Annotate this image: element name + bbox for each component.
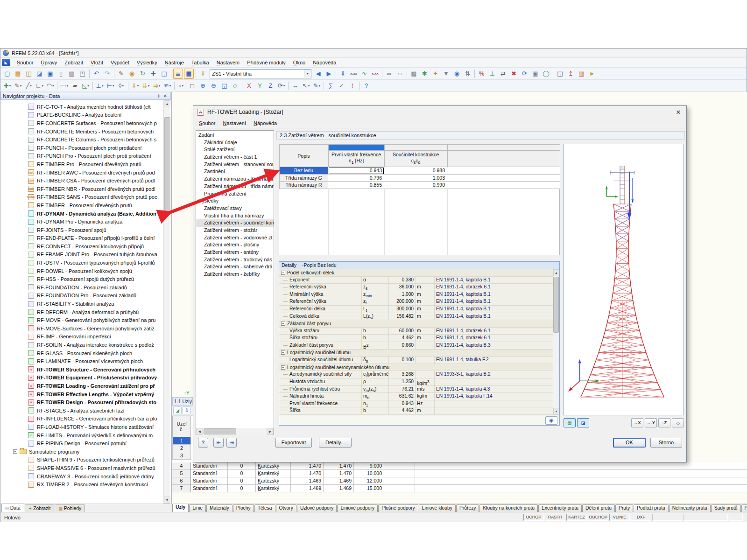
scrollbar-thumb[interactable] — [164, 117, 170, 215]
new-arc-icon[interactable]: ◠▾ — [45, 81, 55, 91]
tree-item-module[interactable]: ARF-TOWER Effective Lengths - Výpočet vz… — [1, 390, 163, 399]
menu-nastaven[interactable]: Nastavení — [213, 59, 244, 66]
bottom-tab[interactable]: Excentricity prutu — [538, 504, 582, 512]
coordinate-y-cell[interactable]: 1.470 — [324, 462, 354, 470]
collapse-icon[interactable]: − — [281, 365, 285, 370]
table-import-button[interactable]: ⇩ — [183, 406, 191, 414]
column-c-header[interactable] — [447, 144, 560, 150]
select-window-icon[interactable]: ▫▾ — [176, 81, 186, 91]
structure-factor-cell[interactable]: 0.988 — [384, 167, 447, 175]
detail-value[interactable]: 36.000 — [389, 284, 416, 291]
dialog-nav-item[interactable]: Zatížení větrem - antény — [196, 249, 274, 256]
delete-icon[interactable]: ✖ — [509, 69, 519, 79]
scrollbar-thumb[interactable] — [204, 428, 236, 434]
details-scrollbar[interactable]: ▲ ▼ — [553, 269, 559, 415]
tree-item-module[interactable]: RF-STAGES - Analýza stavebních fází — [1, 406, 163, 415]
move-copy-icon[interactable]: ⇄ — [498, 69, 508, 79]
new-file-icon[interactable]: ▢ — [2, 69, 12, 79]
node-type-cell[interactable]: Standardní — [191, 470, 228, 477]
dialog-nav-item[interactable]: Zastínění — [196, 168, 274, 175]
copy-icon[interactable]: ▯ — [56, 69, 66, 79]
first-frequency-cell[interactable]: 0.943 — [328, 167, 384, 175]
detail-value[interactable]: 300.000 — [389, 306, 416, 313]
zoom-window-icon[interactable]: ◱ — [219, 81, 229, 91]
expand-collapse-icon[interactable]: − — [13, 449, 17, 454]
tree-item-module[interactable]: RF-DEFORM - Analýza deformací a průhybů — [1, 308, 163, 316]
window-list-icon[interactable]: ◱ — [555, 69, 565, 79]
bottom-tab[interactable]: Liniové podpory — [337, 504, 378, 512]
first-frequency-cell[interactable]: 0.796 — [328, 175, 384, 182]
dialog-menu-nastaven[interactable]: Nastavení — [219, 119, 250, 127]
node-type-cell[interactable]: Standardní — [191, 462, 228, 470]
menu-nstroje[interactable]: Nástroje — [161, 59, 188, 66]
dialog-nav-item[interactable]: Zadání — [196, 132, 274, 139]
isometric-view-icon[interactable]: ◇ — [230, 81, 240, 91]
bottom-tab[interactable]: Sady prutů — [711, 504, 741, 512]
bottom-tab[interactable]: Dělení prutu — [582, 504, 615, 512]
percent-display-icon[interactable]: % — [477, 69, 486, 79]
detail-value[interactable]: 76.21 — [389, 386, 416, 393]
print-graphic-icon[interactable]: ▥ — [577, 69, 586, 79]
menu-pdavnmoduly[interactable]: Přídavné moduly — [243, 59, 289, 66]
coordinate-x-cell[interactable]: 1.469 — [291, 477, 324, 485]
new-chart-icon[interactable]: ▱ — [395, 69, 405, 79]
dialog-menu-npovda[interactable]: Nápověda — [250, 119, 281, 127]
tree-item-module[interactable]: RF-INFLUENCE - Generování příčinkových č… — [1, 415, 163, 423]
tree-item-module[interactable]: SANSRF-TIMBER SANS - Posouzení dřevěných… — [1, 193, 163, 202]
detail-value[interactable]: 1.250 — [389, 378, 416, 385]
scroll-left-icon[interactable]: ◀ — [196, 428, 203, 435]
coordinate-system-cell[interactable]: Kartézský — [256, 485, 291, 492]
column-a-header[interactable] — [328, 144, 384, 150]
reference-node-cell[interactable]: 0 — [228, 485, 256, 492]
row-number[interactable]: 1 — [172, 437, 191, 445]
bottom-tab[interactable]: Tělesa — [254, 504, 275, 512]
dialog-nav-item[interactable]: Zatížení větrem - plošiny — [196, 241, 274, 249]
navigator-tab-data[interactable]: ◎Data — [1, 504, 24, 512]
isometric-view-button[interactable]: ◇ — [672, 418, 684, 427]
detail-value[interactable]: 200.000 — [389, 298, 416, 305]
row-number[interactable]: 3 — [172, 452, 191, 460]
table-settings-icon[interactable]: ✱ — [420, 69, 430, 79]
edit-object-icon[interactable]: ✎▾ — [13, 81, 23, 91]
combo-dropdown-icon[interactable]: ▾ — [304, 70, 311, 78]
status-toggle-vlinie[interactable]: VLINIE — [609, 514, 630, 521]
tree-item-module[interactable]: RF-MOVE-Surfaces - Generování pohyblivýc… — [1, 324, 163, 333]
show-results-icon[interactable]: ∿ — [359, 69, 369, 79]
menu-pravy[interactable]: Úpravy — [37, 59, 61, 66]
rendering-mode-button[interactable]: ▦ — [564, 418, 576, 427]
coordinate-y-cell[interactable]: 1.469 — [324, 485, 354, 492]
coordinate-z-cell[interactable]: 10.000 — [354, 470, 384, 477]
bottom-tab[interactable]: Plošné podpory — [378, 504, 418, 512]
structure-factor-cell[interactable]: 0.990 — [384, 182, 447, 189]
column-b-header[interactable] — [384, 144, 447, 150]
view-x-button[interactable]: →X — [631, 418, 643, 427]
dialog-nav-item[interactable]: Zatížení větrem - součinitel kon — [196, 219, 274, 227]
tree-item-module[interactable]: RX-TIMBER 2 - Posouzení dřevěných konstr… — [1, 480, 163, 489]
read-parameters-button[interactable]: ⇤ — [213, 438, 224, 448]
collapse-icon[interactable]: − — [281, 271, 285, 275]
view-z-icon[interactable]: Z — [266, 81, 275, 91]
tree-item-module[interactable]: RF-DYNAM - Dynamická analýza (Basic, Add… — [1, 210, 163, 218]
load-values-icon[interactable]: x.xx — [349, 69, 359, 79]
navigator-tab-pohledy[interactable]: ▦Pohledy — [55, 504, 85, 512]
menu-npovda[interactable]: Nápověda — [309, 59, 340, 66]
pin-icon[interactable]: ⇟ — [155, 93, 162, 98]
tree-item-module[interactable]: ✓RF-LIMITS - Porovnání výsledků s defino… — [1, 431, 163, 440]
load-case-combobox[interactable]: ZS1 - Vlastní tíha ▾ — [210, 69, 311, 78]
dialog-nav-item[interactable]: Vlastní tíha a tíha námrazy — [196, 212, 274, 220]
detail-value[interactable]: 0.660 — [389, 342, 416, 349]
line-support-icon[interactable]: ⊢▾ — [106, 81, 115, 91]
dialog-nav-item[interactable]: Zatěžovací stavy — [196, 205, 274, 212]
regenerate-icon[interactable]: ⟳ — [520, 69, 529, 79]
help-button[interactable]: ? — [198, 438, 208, 448]
nodal-support-icon[interactable]: ⊥▾ — [95, 81, 105, 91]
bottom-tab[interactable]: Uzlové podpory — [297, 504, 337, 512]
dialog-nav-item[interactable]: Zatížení větrem - žebříky — [196, 271, 274, 278]
renumber-icon[interactable]: ⇅ — [463, 69, 472, 79]
tree-item-module[interactable]: RF-IMP - Generování imperfekcí — [1, 333, 163, 341]
tree-item-module[interactable]: RF-STABILITY - Stabilitní analýza — [1, 300, 163, 308]
bottom-tab[interactable]: Pruty — [615, 504, 633, 512]
save-parameters-button[interactable]: ⇥ — [226, 438, 237, 448]
new-member-icon[interactable]: ▭▾ — [59, 81, 69, 91]
tree-item-module[interactable]: RF-TIMBER - Posouzení dřevěných prutů — [1, 201, 163, 210]
